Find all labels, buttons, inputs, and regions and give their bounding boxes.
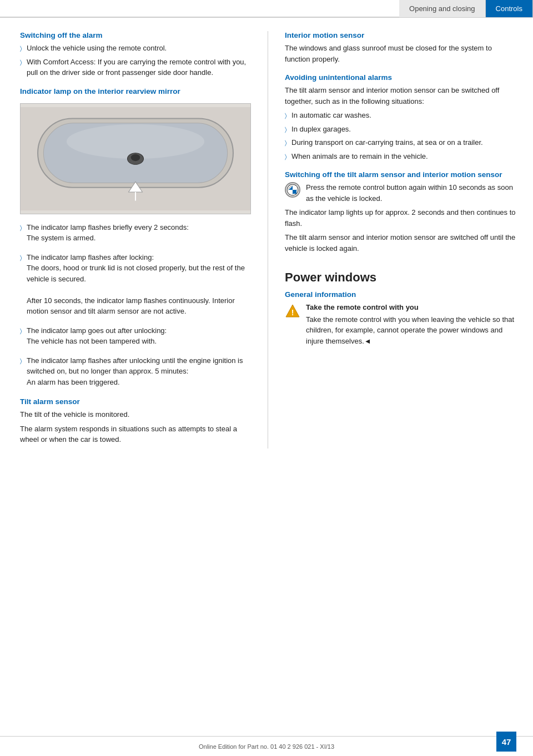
bullet-arrow-icon: 〉	[285, 125, 287, 134]
list-item: 〉 During transport on car-carrying train…	[285, 137, 516, 148]
list-item: 〉 In automatic car washes.	[285, 110, 516, 121]
bmw-roundel-icon	[285, 182, 300, 198]
switching-off-alarm-heading: Switching off the alarm	[20, 31, 251, 39]
list-item: 〉 The indicator lamp flashes after unloc…	[20, 355, 251, 388]
warning-note-content: Take the remote control with you Take th…	[306, 302, 516, 350]
page-footer: Online Edition for Part no. 01 40 2 926 …	[0, 736, 533, 756]
interior-motion-heading: Interior motion sensor	[285, 31, 516, 39]
page-number: 47	[496, 732, 516, 752]
switching-off-tilt-heading: Switching off the tilt alarm sensor and …	[285, 170, 516, 179]
list-item: 〉 In duplex garages.	[285, 124, 516, 135]
avoiding-alarms-heading: Avoiding unintentional alarms	[285, 73, 516, 82]
warning-text2: Take the remote control with you when le…	[306, 314, 516, 347]
bullet-text: During transport on car-carrying trains,…	[291, 137, 516, 148]
warning-triangle-icon: !	[285, 303, 300, 320]
tab-opening-closing[interactable]: Opening and closing	[399, 0, 486, 17]
list-item: 〉 With Comfort Access: If you are carryi…	[20, 57, 251, 78]
bullet-arrow-icon: 〉	[20, 253, 22, 263]
footer-text: Online Edition for Part no. 01 40 2 926 …	[199, 743, 334, 750]
tilt-alarm-heading: Tilt alarm sensor	[20, 397, 251, 406]
warning-note-row: ! Take the remote control with you Take …	[285, 302, 516, 350]
svg-point-5	[131, 154, 140, 160]
bmw-note-row: Press the remote control button again wi…	[285, 182, 516, 204]
list-item: 〉 Unlock the vehicle using the remote co…	[20, 43, 251, 54]
bullet-arrow-icon: 〉	[20, 326, 22, 336]
svg-text:!: !	[291, 308, 294, 317]
bullet-arrow-icon: 〉	[20, 44, 22, 53]
bullet-arrow-icon: 〉	[20, 356, 22, 366]
bullet-arrow-icon: 〉	[20, 223, 22, 233]
list-item: 〉 When animals are to remain in the vehi…	[285, 151, 516, 162]
mirror-image	[20, 103, 251, 214]
tilt-alarm-text2: The alarm system responds in situations …	[20, 424, 251, 445]
tilt-off-text2: The tilt alarm sensor and interior motio…	[285, 232, 516, 254]
power-windows-heading: Power windows	[285, 270, 516, 285]
tab-controls[interactable]: Controls	[486, 0, 533, 17]
bullet-text: In duplex garages.	[291, 124, 516, 135]
page-header: Opening and closing Controls	[0, 0, 533, 18]
avoiding-alarms-text: The tilt alarm sensor and interior motio…	[285, 85, 516, 107]
main-content: Switching off the alarm 〉 Unlock the veh…	[0, 18, 533, 460]
warning-text1: Take the remote control with you	[306, 302, 516, 313]
bullet-text: With Comfort Access: If you are carrying…	[27, 57, 251, 78]
general-info-heading: General information	[285, 290, 516, 299]
bullet-text: The indicator lamp flashes after unlocki…	[27, 355, 251, 388]
list-item: 〉 The indicator lamp flashes after locki…	[20, 252, 251, 317]
bullet-arrow-icon: 〉	[20, 58, 22, 67]
header-tabs: Opening and closing Controls	[399, 0, 533, 17]
bullet-text: The indicator lamp flashes briefly every…	[27, 222, 251, 244]
tilt-alarm-text1: The tilt of the vehicle is monitored.	[20, 409, 251, 420]
list-item: 〉 The indicator lamp flashes briefly eve…	[20, 222, 251, 244]
list-item: 〉 The indicator lamp goes out after unlo…	[20, 325, 251, 347]
right-column: Interior motion sensor The windows and g…	[268, 31, 516, 448]
interior-motion-text: The windows and glass sunroof must be cl…	[285, 43, 516, 64]
bullet-text: In automatic car washes.	[291, 110, 516, 121]
bullet-arrow-icon: 〉	[285, 138, 287, 148]
indicator-lamp-heading: Indicator lamp on the interior rearview …	[20, 87, 251, 95]
bullet-arrow-icon: 〉	[285, 111, 287, 120]
bullet-text: When animals are to remain in the vehicl…	[291, 151, 516, 162]
bullet-text: The indicator lamp goes out after unlock…	[27, 325, 251, 347]
tilt-off-text1: The indicator lamp lights up for approx.…	[285, 207, 516, 229]
bullet-arrow-icon: 〉	[285, 152, 287, 162]
left-column: Switching off the alarm 〉 Unlock the veh…	[20, 31, 268, 448]
bmw-note-text: Press the remote control button again wi…	[306, 182, 516, 204]
bullet-text: Unlock the vehicle using the remote cont…	[27, 43, 251, 54]
bullet-text: The indicator lamp flashes after locking…	[27, 252, 251, 317]
